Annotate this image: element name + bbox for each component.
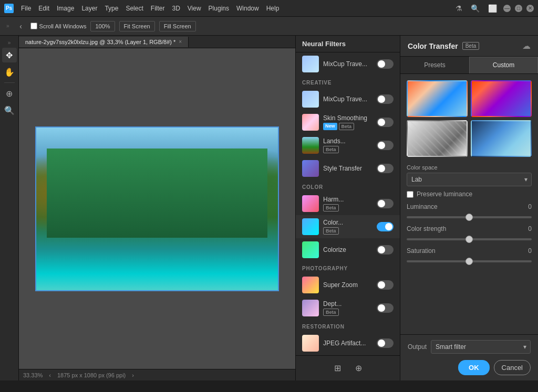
- scroll-all-checkbox[interactable]: [30, 23, 37, 29]
- move-tool[interactable]: ✥: [2, 48, 17, 62]
- luminance-slider[interactable]: [407, 216, 532, 218]
- toolbox-expand[interactable]: »: [6, 40, 13, 46]
- compare-icon[interactable]: ⊞: [330, 361, 345, 376]
- output-select[interactable]: Smart filter New layer Current layer: [431, 340, 531, 354]
- filter-toggle-jpeg[interactable]: [377, 338, 394, 348]
- filter-item-makeup[interactable]: MixCup Trave...: [296, 88, 400, 111]
- ct-body[interactable]: Color space Lab RGB HSL Preserve luminan…: [400, 74, 538, 334]
- neural-filters-scroll[interactable]: MixCup Trave... CREATIVE MixCup Trave...…: [296, 52, 400, 355]
- filter-item-harmony[interactable]: Harm... Beta: [296, 192, 400, 215]
- fit-screen-button[interactable]: Fit Screen: [119, 21, 155, 31]
- filter-item-jpeg[interactable]: JPEG Artifact...: [296, 332, 400, 355]
- color-transfer-panel: Color Transfer Beta ☁ Presets Custom Col…: [400, 36, 538, 380]
- filter-toggle-style[interactable]: [377, 164, 394, 173]
- preset-thumb-3[interactable]: [407, 120, 468, 157]
- document-dimensions: 1875 px x 1080 px (96 ppi): [57, 372, 126, 378]
- canvas-content[interactable]: [19, 48, 295, 369]
- filter-item-landscape[interactable]: Lands... Beta: [296, 134, 400, 157]
- filter-item-superzoom[interactable]: Super Zoom: [296, 273, 400, 296]
- document-tab[interactable]: nature-2ygv7ssy2k0lxlzu.jpg @ 33,3% (Lay…: [19, 37, 189, 47]
- tab-custom[interactable]: Custom: [469, 57, 538, 73]
- labs-icon[interactable]: ⚗: [453, 3, 464, 14]
- panels-icon[interactable]: ⬜: [486, 3, 499, 14]
- fill-screen-button[interactable]: Fill Screen: [159, 21, 196, 31]
- preset-thumb-1[interactable]: [407, 80, 468, 117]
- image-container: [35, 126, 279, 291]
- badge-beta-harmony: Beta: [323, 204, 339, 211]
- ct-header: Color Transfer Beta ☁: [400, 36, 538, 57]
- menu-item-type[interactable]: Type: [101, 4, 121, 13]
- color-space-select[interactable]: Lab RGB HSL: [407, 173, 532, 186]
- badge-beta-skin: Beta: [339, 123, 355, 130]
- filter-toggle-landscape[interactable]: [377, 141, 394, 150]
- canvas-area: nature-2ygv7ssy2k0lxlzu.jpg @ 33,3% (Lay…: [19, 36, 295, 380]
- badge-beta-color: Beta: [323, 227, 339, 235]
- color-strength-section: Color strength 0: [407, 225, 532, 242]
- filter-item-color[interactable]: Color... Beta: [296, 215, 400, 238]
- preserve-luminance-checkbox[interactable]: [407, 191, 413, 198]
- filter-toggle-makeup[interactable]: [377, 94, 394, 104]
- tab-presets[interactable]: Presets: [400, 57, 469, 73]
- close-button[interactable]: ✕: [526, 5, 534, 12]
- menu-item-layer[interactable]: Layer: [78, 4, 100, 13]
- filter-item-style[interactable]: Style Transfer: [296, 157, 400, 180]
- ps-logo: Ps: [4, 4, 14, 13]
- filter-toggle-skin[interactable]: [377, 118, 394, 127]
- menu-item-edit[interactable]: Edit: [35, 4, 53, 13]
- preset-thumb-2[interactable]: [471, 80, 532, 117]
- minimize-button[interactable]: —: [503, 5, 511, 12]
- filter-thumb-mixcup: [302, 56, 319, 72]
- saturation-slider[interactable]: [407, 260, 532, 262]
- maximize-button[interactable]: □: [515, 5, 522, 12]
- filter-item-colorize[interactable]: Colorize: [296, 238, 400, 261]
- menu-item-filter[interactable]: Filter: [148, 4, 168, 13]
- menu-item-select[interactable]: Select: [122, 4, 146, 13]
- menu-item-file[interactable]: File: [18, 4, 34, 13]
- filter-toggle-color[interactable]: [377, 222, 394, 231]
- neural-filters-panel: Neural Filters MixCup Trave... CREATIVE …: [295, 36, 400, 380]
- filter-toggle-harmony[interactable]: [377, 199, 394, 208]
- hand-tool[interactable]: ✋: [2, 65, 17, 79]
- scroll-all-label: Scroll All Windows: [39, 23, 87, 29]
- scroll-all-windows-check[interactable]: Scroll All Windows: [30, 23, 87, 29]
- layers-icon[interactable]: ⊕: [351, 361, 366, 376]
- color-strength-slider[interactable]: [407, 238, 532, 240]
- zoom-out-tool[interactable]: 🔍: [2, 103, 17, 118]
- filter-item-mixcup[interactable]: MixCup Trave...: [296, 52, 400, 76]
- nav-right[interactable]: ›: [132, 372, 134, 378]
- preserve-luminance-label: Preserve luminance: [417, 190, 472, 198]
- filter-item-skin[interactable]: Skin Smoothing NewBeta: [296, 111, 400, 134]
- search-icon[interactable]: 🔍: [469, 3, 482, 14]
- back-button[interactable]: ‹: [16, 21, 26, 31]
- nav-left[interactable]: ‹: [49, 372, 51, 378]
- menu-item-plugins[interactable]: Plugins: [205, 4, 232, 13]
- filter-thumb-makeup: [302, 91, 319, 108]
- filter-name-color: Color...: [323, 219, 373, 226]
- filter-thumb-skin: [302, 114, 319, 131]
- ct-tabs: Presets Custom: [400, 57, 538, 74]
- zoom-value-button[interactable]: 100%: [90, 21, 115, 31]
- toolbar-expand-left[interactable]: »: [4, 23, 12, 29]
- ok-button[interactable]: OK: [458, 360, 490, 375]
- menu-item-help[interactable]: Help: [263, 4, 283, 13]
- ct-cloud-icon[interactable]: ☁: [522, 41, 531, 51]
- title-bar: Ps FileEditImageLayerTypeSelectFilter3DV…: [0, 0, 538, 17]
- tab-close-button[interactable]: ×: [179, 39, 182, 45]
- filter-toggle-colorize[interactable]: [377, 245, 394, 255]
- menu-item-window[interactable]: Window: [233, 4, 262, 13]
- menu-item-view[interactable]: View: [184, 4, 204, 13]
- menu-item-3d[interactable]: 3D: [169, 4, 183, 13]
- filter-toggle-depth[interactable]: [377, 303, 394, 313]
- filter-badges-skin: NewBeta: [323, 123, 373, 130]
- filter-toggle-superzoom[interactable]: [377, 280, 394, 290]
- filter-name-jpeg: JPEG Artifact...: [323, 340, 373, 347]
- title-bar-controls: ⚗ 🔍 ⬜ — □ ✕: [453, 3, 534, 14]
- filter-toggle-mixcup[interactable]: [377, 59, 394, 69]
- menu-item-image[interactable]: Image: [54, 4, 77, 13]
- filter-item-depth[interactable]: Dept... Beta: [296, 296, 400, 320]
- cancel-button[interactable]: Cancel: [494, 360, 531, 375]
- filter-info-jpeg: JPEG Artifact...: [323, 340, 373, 347]
- color-strength-value: 0: [528, 225, 532, 232]
- preset-thumb-4[interactable]: [471, 120, 532, 157]
- zoom-in-tool[interactable]: ⊕: [2, 86, 17, 101]
